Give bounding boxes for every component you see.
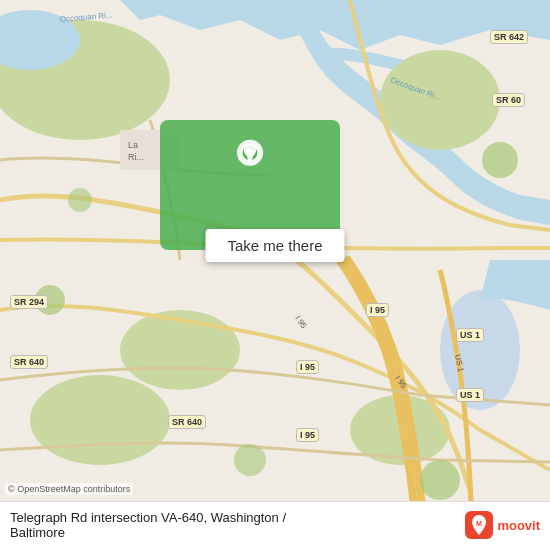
svg-point-2 xyxy=(380,50,500,150)
moovit-text: moovit xyxy=(497,518,540,533)
moovit-icon: M xyxy=(465,511,493,539)
road-label-i95c: I 95 xyxy=(296,428,319,442)
svg-text:M: M xyxy=(476,520,482,527)
road-label-sr640b: SR 640 xyxy=(168,415,206,429)
road-label-i95b: I 95 xyxy=(296,360,319,374)
svg-point-5 xyxy=(30,375,170,465)
svg-text:La: La xyxy=(128,140,138,150)
road-label-i95a: I 95 xyxy=(366,303,389,317)
road-label-us1b: US 1 xyxy=(456,388,484,402)
moovit-logo: M moovit xyxy=(465,511,540,539)
copyright-text: © OpenStreetMap contributors xyxy=(5,483,133,495)
svg-point-10 xyxy=(420,460,460,500)
road-label-sr60: SR 60 xyxy=(492,93,525,107)
road-label-sr640a: SR 640 xyxy=(10,355,48,369)
road-label-sr642: SR 642 xyxy=(490,30,528,44)
svg-text:Ri...: Ri... xyxy=(128,152,144,162)
map-container: La Ri... I 95 I 95 US 1 Occoquan Ri... O… xyxy=(0,0,550,550)
location-title-line2: Baltimore xyxy=(10,525,286,540)
location-pin-icon xyxy=(232,138,268,174)
svg-point-12 xyxy=(68,188,92,212)
location-title: Telegraph Rd intersection VA-640, Washin… xyxy=(10,510,286,525)
svg-point-11 xyxy=(482,142,518,178)
take-me-there-button[interactable]: Take me there xyxy=(205,229,344,262)
map-background: La Ri... I 95 I 95 US 1 Occoquan Ri... O… xyxy=(0,0,550,550)
road-label-us1a: US 1 xyxy=(456,328,484,342)
svg-point-13 xyxy=(234,444,266,476)
road-label-sr294: SR 294 xyxy=(10,295,48,309)
bottom-bar: Telegraph Rd intersection VA-640, Washin… xyxy=(0,501,550,550)
